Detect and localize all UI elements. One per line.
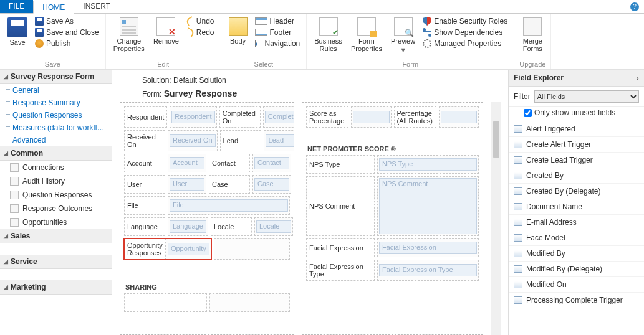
form-properties-button[interactable]: Form Properties bbox=[348, 16, 385, 54]
only-unused-checkbox[interactable] bbox=[524, 109, 532, 117]
field-item[interactable]: Modified On bbox=[509, 277, 644, 293]
tab-home[interactable]: HOME bbox=[33, 1, 74, 14]
field-value[interactable] bbox=[351, 106, 391, 128]
field-label[interactable]: Case bbox=[209, 175, 250, 194]
empty-cell[interactable] bbox=[214, 238, 290, 260]
save-close-button[interactable]: Save and Close bbox=[34, 27, 100, 37]
field-value[interactable]: Completed bbox=[263, 106, 294, 128]
managed-properties-button[interactable]: Managed Properties bbox=[421, 39, 509, 49]
navigation-button[interactable]: Navigation bbox=[254, 39, 302, 49]
field-value[interactable]: Lead bbox=[264, 130, 294, 151]
field-item[interactable]: Modified By bbox=[509, 246, 644, 262]
field-label[interactable]: Completed On bbox=[219, 106, 261, 128]
field-explorer-header[interactable]: Field Explorer› bbox=[509, 70, 644, 87]
show-dependencies-button[interactable]: Show Dependencies bbox=[421, 27, 509, 37]
field-value[interactable]: Facial Expression bbox=[377, 238, 479, 257]
left-sales-header[interactable]: ◢Sales bbox=[0, 229, 112, 243]
field-value[interactable]: Received On bbox=[168, 130, 218, 151]
field-label[interactable]: Facial Expression bbox=[306, 238, 375, 257]
field-item[interactable]: Processing Complete Trigger bbox=[509, 293, 644, 308]
field-value[interactable]: User bbox=[168, 175, 206, 194]
merge-forms-button[interactable]: Merge Forms bbox=[521, 16, 545, 54]
canvas-scrollbar[interactable] bbox=[491, 102, 501, 335]
field-item[interactable]: E-mail Address bbox=[509, 215, 644, 230]
field-value[interactable]: NPS Type bbox=[377, 155, 479, 174]
field-item[interactable]: Create Lead Trigger bbox=[509, 153, 644, 168]
field-label[interactable]: File bbox=[124, 196, 165, 215]
field-item[interactable]: Alert Triggered bbox=[509, 121, 644, 137]
tab-file[interactable]: FILE bbox=[0, 0, 33, 13]
header-button[interactable]: Header bbox=[254, 16, 302, 26]
redo-icon bbox=[185, 27, 195, 37]
field-item[interactable]: Create Alert Trigger bbox=[509, 137, 644, 153]
form-column-1[interactable]: RespondentRespondentCompleted OnComplete… bbox=[120, 102, 294, 335]
field-value[interactable]: Facial Expression Type bbox=[377, 260, 479, 281]
field-value[interactable]: Language bbox=[168, 217, 208, 236]
body-button[interactable]: Body bbox=[226, 16, 250, 46]
field-label[interactable]: Language bbox=[124, 217, 165, 236]
field-label[interactable]: Opportunity Responses bbox=[124, 238, 166, 260]
section-sharing[interactable]: SHARING bbox=[124, 281, 290, 293]
save-as-button[interactable]: Save As bbox=[34, 16, 100, 26]
save-as-icon bbox=[35, 17, 44, 26]
field-item[interactable]: Created By (Delegate) bbox=[509, 184, 644, 199]
nav-item[interactable]: Connections bbox=[0, 161, 112, 174]
redo-button[interactable]: Redo bbox=[185, 27, 216, 37]
business-rules-button[interactable]: Business Rules bbox=[312, 16, 345, 54]
scroll-thumb[interactable] bbox=[493, 121, 499, 158]
nav-item[interactable]: Measures (data for workflo… bbox=[0, 121, 112, 134]
field-value[interactable]: Respondent bbox=[170, 106, 216, 128]
field-label[interactable]: Lead bbox=[220, 130, 261, 151]
left-marketing-header[interactable]: ◢Marketing bbox=[0, 280, 112, 295]
nav-item[interactable]: Advanced bbox=[0, 134, 112, 146]
field-value[interactable]: NPS Comment bbox=[377, 176, 479, 236]
field-value[interactable] bbox=[439, 106, 479, 128]
field-label[interactable]: Locale bbox=[211, 217, 252, 236]
field-value[interactable]: Opportunity bbox=[166, 238, 211, 260]
field-label[interactable]: NPS Comment bbox=[306, 176, 375, 236]
save-button[interactable]: Save bbox=[5, 16, 30, 47]
nav-item[interactable]: Response Summary bbox=[0, 97, 112, 109]
field-label[interactable]: User bbox=[124, 175, 165, 194]
left-service-header[interactable]: ◢Service bbox=[0, 255, 112, 269]
field-item[interactable]: Document Name bbox=[509, 199, 644, 215]
filter-select[interactable]: All Fields bbox=[534, 90, 639, 103]
nav-item[interactable]: Opportunities bbox=[0, 215, 112, 229]
publish-button[interactable]: Publish bbox=[34, 39, 100, 49]
nav-item[interactable]: Question Responses bbox=[0, 188, 112, 202]
nav-item[interactable]: Question Responses bbox=[0, 109, 112, 121]
field-item[interactable]: Face Model bbox=[509, 230, 644, 246]
field-value[interactable]: Contact bbox=[252, 154, 291, 172]
field-value[interactable]: Locale bbox=[254, 217, 293, 236]
tab-insert[interactable]: INSERT bbox=[74, 0, 119, 13]
preview-button[interactable]: Preview▼ bbox=[388, 16, 418, 55]
nav-item[interactable]: General bbox=[0, 84, 112, 97]
footer-button[interactable]: Footer bbox=[254, 27, 302, 37]
enable-security-roles-button[interactable]: Enable Security Roles bbox=[421, 16, 509, 26]
gear-icon bbox=[423, 39, 431, 48]
field-label[interactable]: Score as Percentage bbox=[306, 106, 348, 128]
field-value[interactable]: File bbox=[168, 196, 290, 215]
nav-item[interactable]: Audit History bbox=[0, 174, 112, 188]
field-item[interactable]: Modified By (Delegate) bbox=[509, 262, 644, 277]
field-value[interactable]: Case bbox=[252, 175, 291, 194]
undo-button[interactable]: Undo bbox=[185, 16, 216, 26]
form-column-2[interactable]: Score as Percentage Percentage (All Rout… bbox=[302, 102, 483, 335]
field-label[interactable]: NPS Type bbox=[306, 155, 375, 174]
collapse-icon: ◢ bbox=[4, 284, 8, 290]
left-common-header[interactable]: ◢Common bbox=[0, 146, 112, 161]
field-label[interactable]: Account bbox=[124, 154, 165, 172]
field-item[interactable]: Created By bbox=[509, 168, 644, 184]
nav-item[interactable]: Response Outcomes bbox=[0, 202, 112, 215]
left-form-header[interactable]: ◢Survey Response Form bbox=[0, 70, 112, 84]
field-label[interactable]: Contact bbox=[209, 154, 250, 172]
field-label[interactable]: Facial Expression Type bbox=[306, 260, 375, 281]
section-nps[interactable]: NET PROMOTER SCORE ® bbox=[306, 143, 479, 155]
change-properties-button[interactable]: Change Properties bbox=[111, 16, 147, 54]
help-icon[interactable]: ? bbox=[630, 2, 639, 11]
field-label[interactable]: Percentage (All Routes) bbox=[394, 106, 436, 128]
field-label[interactable]: Respondent bbox=[124, 106, 167, 128]
field-value[interactable]: Account bbox=[168, 154, 206, 172]
remove-button[interactable]: Remove bbox=[151, 16, 181, 46]
field-label[interactable]: Received On bbox=[124, 130, 165, 151]
